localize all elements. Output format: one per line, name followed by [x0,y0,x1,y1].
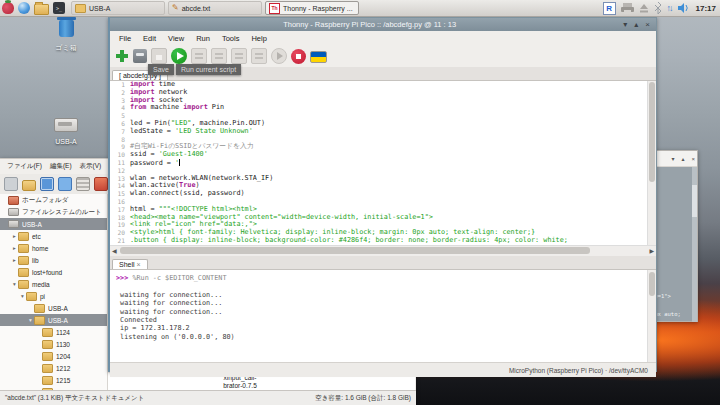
interpreter-status[interactable]: MicroPython (Raspberry Pi Pico) · /dev/t… [509,367,648,374]
code-editor[interactable]: 1import time2import network3import socke… [110,81,656,245]
shade-window-icon[interactable]: ▾ [623,21,627,29]
shell-vertical-scrollbar[interactable] [647,270,656,362]
menu-file[interactable]: File [115,34,135,43]
taskbar-button-usb-a[interactable]: USB-A [71,1,165,15]
folder-button[interactable] [22,180,36,191]
expander-icon[interactable]: ▾ [11,281,18,287]
step-out-button[interactable] [251,48,267,64]
item-label: 1212 [56,365,70,372]
debug-script-button[interactable] [191,48,207,64]
view-icons-button[interactable] [40,177,54,191]
close-window-icon[interactable]: × [645,21,650,29]
tree-item-usb-a[interactable]: USB-A [0,218,107,230]
maximize-window-icon[interactable]: ▴ [681,155,684,163]
item-label: lib [32,257,39,264]
web-browser-icon[interactable] [18,2,30,14]
stop-restart-button[interactable] [291,49,306,64]
ukraine-flag-button[interactable] [310,51,327,63]
close-tab-icon[interactable]: × [137,261,141,268]
taskbar-button-abcde-txt[interactable]: ✎abcde.txt [168,1,262,15]
tree-item-usb-a[interactable]: ▾USB-A [0,314,107,326]
shell-line: ip = 172.31.178.2 [116,324,656,332]
thonny-titlebar[interactable]: Thonny - Raspberry Pi Pico :: /abcdefg.p… [110,18,656,31]
folder-icon [34,304,45,313]
menu--e-[interactable]: 編集(E) [47,162,75,171]
expander-icon[interactable]: ▾ [19,293,26,299]
open-file-button[interactable] [133,49,147,63]
eject-icon[interactable] [639,3,649,13]
tree-item-lost-found[interactable]: lost+found [0,266,107,278]
terminal-icon[interactable]: >_ [53,2,65,14]
tree-item-pi[interactable]: ▾pi [0,290,107,302]
desktop-icon-trash[interactable]: ゴミ箱 [31,20,101,53]
scroll-right-icon[interactable]: ▶ [649,247,654,255]
desktop-icon-usb[interactable]: USB-A [31,118,101,145]
step-into-button[interactable] [231,48,247,64]
menu-raspberry-icon[interactable] [2,2,14,14]
home-button[interactable] [94,177,108,191]
volume-icon[interactable] [677,3,689,13]
run-script-button[interactable] [171,48,187,64]
resume-button[interactable] [271,48,287,64]
line-number: 16 [110,198,130,206]
scroll-left-icon[interactable]: ◀ [112,247,117,255]
item-label: 1204 [56,353,70,360]
tree-item-lib[interactable]: ▸lib [0,254,107,266]
view-list-button[interactable] [76,177,90,191]
menu-run[interactable]: Run [192,34,214,43]
tree-item-1130[interactable]: 1130 [0,338,107,350]
tree-item-etc[interactable]: ▸etc [0,230,107,242]
expander-icon[interactable]: ▾ [27,317,34,323]
save-file-button[interactable] [151,48,167,64]
tree-item-1215[interactable]: 1215 [0,374,107,386]
file-manager-icon[interactable] [34,4,49,15]
tree-item-usb-a[interactable]: USB-A [0,302,107,314]
clock[interactable]: 17:17 [694,4,716,13]
file-manager-side-pane[interactable]: ホームフォルダファイルシステムのルートUSB-A ▸etc▸home▸liblo… [0,194,108,390]
step-over-button[interactable] [211,48,227,64]
shell-line: listening on ('0.0.0.0', 80) [116,333,656,341]
expander-icon[interactable]: ▸ [11,257,18,263]
taskbar-button-thonny-raspberry-[interactable]: ThThonny - Raspberry ... [265,1,359,15]
folder-icon [18,232,29,241]
menu--v-[interactable]: 表示(V) [77,162,105,171]
menu--f-[interactable]: ファイル(F) [4,162,45,171]
expander-icon[interactable]: ▸ [11,245,18,251]
maximize-window-icon[interactable]: ▴ [634,21,638,29]
line-number: 21 [110,237,130,245]
code-line: 15wlan.connect(ssid, password) [110,190,656,198]
scrollbar[interactable] [692,167,697,322]
bluetooth-icon[interactable] [654,2,662,14]
tree-item-1204[interactable]: 1204 [0,350,107,362]
shell-panel[interactable]: >>> %Run -c $EDITOR_CONTENT waiting for … [110,270,656,362]
trash-label: ゴミ箱 [31,43,101,53]
printer-icon[interactable] [621,3,634,14]
tree-item-1124[interactable]: 1124 [0,326,107,338]
new-tab-button[interactable] [4,177,18,191]
line-number: 9 [110,143,130,151]
menu-tools[interactable]: Tools [218,34,244,43]
tree-item--[interactable]: ホームフォルダ [0,194,107,206]
network-arrows-icon[interactable]: ↑↓ [667,3,672,13]
editor-vertical-scrollbar[interactable] [647,81,656,245]
tree-item-home[interactable]: ▸home [0,242,107,254]
item-label: ホームフォルダ [22,196,68,205]
close-window-icon[interactable]: × [691,155,695,163]
shade-window-icon[interactable]: ▾ [671,155,674,163]
new-file-button[interactable] [115,49,129,63]
view-thumbnails-button[interactable] [58,177,72,191]
tree-item--[interactable]: ファイルシステムのルート [0,206,107,218]
thonny-icon: Th [269,3,280,14]
mozc-input-icon[interactable]: R [603,2,616,15]
editor-horizontal-scrollbar[interactable]: ◀ ▶ [110,245,656,256]
tree-item-1212[interactable]: 1212 [0,362,107,374]
menu-edit[interactable]: Edit [139,34,160,43]
expander-icon[interactable]: ▸ [11,233,18,239]
shell-tab[interactable]: Shell × [112,259,148,269]
line-number: 20 [110,229,130,237]
tree-item-media[interactable]: ▾media [0,278,107,290]
menu-help[interactable]: Help [247,34,270,43]
item-label: USB-A [22,221,42,228]
menu-view[interactable]: View [164,34,188,43]
line-number: 19 [110,221,130,229]
